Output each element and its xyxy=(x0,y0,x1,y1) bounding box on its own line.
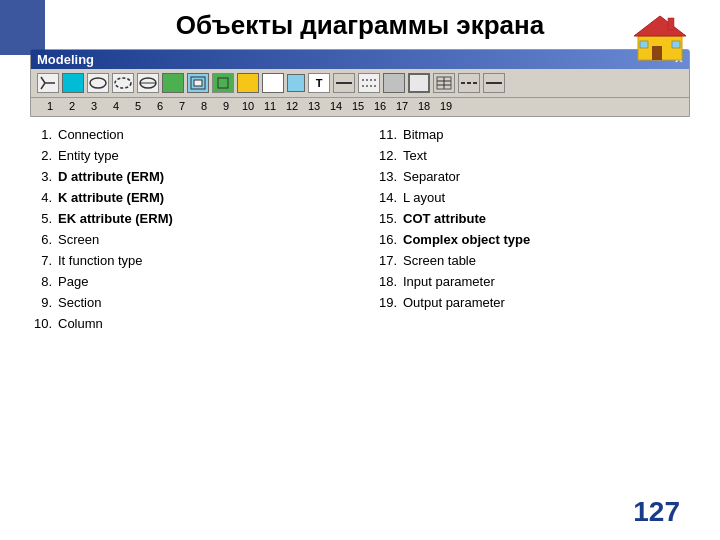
list-num: 7. xyxy=(30,253,58,268)
tool-num-19: 19 xyxy=(435,100,457,112)
list-num: 2. xyxy=(30,148,58,163)
left-list-item-4: 4.K attribute (ERM) xyxy=(30,190,345,205)
list-num: 3. xyxy=(30,169,58,184)
list-label: Output parameter xyxy=(403,295,505,310)
tool-num-16: 16 xyxy=(369,100,391,112)
right-list-item-12: 12.Text xyxy=(375,148,690,163)
svg-rect-11 xyxy=(194,80,202,86)
list-label: Input parameter xyxy=(403,274,495,289)
header: Объекты диаграммы экрана xyxy=(0,0,720,49)
tool-num-12: 12 xyxy=(281,100,303,112)
tool-num-4: 4 xyxy=(105,100,127,112)
tool-18-input-param[interactable] xyxy=(458,73,480,93)
tool-num-1: 1 xyxy=(39,100,61,112)
left-list-item-8: 8.Page xyxy=(30,274,345,289)
list-num: 1. xyxy=(30,127,58,142)
tool-2-entity[interactable] xyxy=(62,73,84,93)
tool-num-7: 7 xyxy=(171,100,193,112)
list-label: COT attribute xyxy=(403,211,486,226)
list-num: 17. xyxy=(375,253,403,268)
left-list-item-7: 7.It function type xyxy=(30,253,345,268)
list-num: 5. xyxy=(30,211,58,226)
tool-16-complex-object[interactable] xyxy=(408,73,430,93)
tool-num-11: 11 xyxy=(259,100,281,112)
svg-rect-4 xyxy=(672,41,680,48)
tool-1-connector[interactable] xyxy=(37,73,59,93)
list-label: It function type xyxy=(58,253,143,268)
tool-num-5: 5 xyxy=(127,100,149,112)
svg-rect-5 xyxy=(668,18,674,30)
list-label: Screen table xyxy=(403,253,476,268)
left-column: 1.Connection2.Entity type3.D attribute (… xyxy=(30,127,365,337)
list-label: Entity type xyxy=(58,148,119,163)
right-list-item-19: 19.Output parameter xyxy=(375,295,690,310)
list-num: 8. xyxy=(30,274,58,289)
tool-num-18: 18 xyxy=(413,100,435,112)
page-number: 127 xyxy=(633,496,680,528)
left-list-item-2: 2.Entity type xyxy=(30,148,345,163)
tool-6-screen[interactable] xyxy=(162,73,184,93)
list-label: D attribute (ERM) xyxy=(58,169,164,184)
list-num: 18. xyxy=(375,274,403,289)
modeling-titlebar: Modeling ✕ xyxy=(31,50,689,69)
tool-num-9: 9 xyxy=(215,100,237,112)
list-label: Text xyxy=(403,148,427,163)
list-label: EK attribute (ERM) xyxy=(58,211,173,226)
left-list-item-10: 10.Column xyxy=(30,316,345,331)
right-list-item-11: 11.Bitmap xyxy=(375,127,690,142)
modeling-window: Modeling ✕ xyxy=(30,49,690,117)
svg-point-7 xyxy=(115,78,131,88)
tool-num-3: 3 xyxy=(83,100,105,112)
tool-num-8: 8 xyxy=(193,100,215,112)
tool-5-ek-attr[interactable] xyxy=(137,73,159,93)
list-num: 12. xyxy=(375,148,403,163)
list-num: 14. xyxy=(375,190,403,205)
list-num: 6. xyxy=(30,232,58,247)
list-label: Page xyxy=(58,274,88,289)
svg-point-6 xyxy=(90,78,106,88)
tool-9-section[interactable] xyxy=(237,73,259,93)
list-label: Connection xyxy=(58,127,124,142)
list-label: Screen xyxy=(58,232,99,247)
svg-marker-1 xyxy=(634,16,686,36)
left-list-item-5: 5.EK attribute (ERM) xyxy=(30,211,345,226)
list-label: Bitmap xyxy=(403,127,443,142)
list-num: 9. xyxy=(30,295,58,310)
tool-17-screen-table[interactable] xyxy=(433,73,455,93)
list-num: 10. xyxy=(30,316,58,331)
right-list-item-13: 13.Separator xyxy=(375,169,690,184)
list-label: Separator xyxy=(403,169,460,184)
tool-12-text[interactable]: T xyxy=(308,73,330,93)
right-list-item-14: 14.L ayout xyxy=(375,190,690,205)
list-num: 11. xyxy=(375,127,403,142)
tool-19-output-param[interactable] xyxy=(483,73,505,93)
tool-num-6: 6 xyxy=(149,100,171,112)
left-list-item-9: 9.Section xyxy=(30,295,345,310)
left-list-item-1: 1.Connection xyxy=(30,127,345,142)
right-list-item-15: 15.COT attribute xyxy=(375,211,690,226)
house-icon xyxy=(630,8,690,63)
tool-num-10: 10 xyxy=(237,100,259,112)
list-num: 13. xyxy=(375,169,403,184)
tool-4-k-attr[interactable] xyxy=(112,73,134,93)
tool-8-page[interactable] xyxy=(212,73,234,93)
tool-15-cot-attribute[interactable] xyxy=(383,73,405,93)
svg-rect-12 xyxy=(218,78,228,88)
tool-num-13: 13 xyxy=(303,100,325,112)
right-column: 11.Bitmap12.Text13.Separator14.L ayout15… xyxy=(365,127,690,337)
tool-13-separator[interactable] xyxy=(333,73,355,93)
content-area: 1.Connection2.Entity type3.D attribute (… xyxy=(0,117,720,342)
tool-14-layout[interactable] xyxy=(358,73,380,93)
tool-10-column[interactable] xyxy=(262,73,284,93)
tool-num-17: 17 xyxy=(391,100,413,112)
list-num: 19. xyxy=(375,295,403,310)
tool-3-d-attr[interactable] xyxy=(87,73,109,93)
left-list-item-3: 3.D attribute (ERM) xyxy=(30,169,345,184)
tool-7-function[interactable] xyxy=(187,73,209,93)
list-label: Column xyxy=(58,316,103,331)
toolbar-numbers: 1 2 3 4 5 6 7 8 9 10 11 12 13 14 15 16 1… xyxy=(31,98,689,116)
list-label: Section xyxy=(58,295,101,310)
toolbar-icons: T xyxy=(31,69,689,98)
tool-num-15: 15 xyxy=(347,100,369,112)
tool-11-bitmap[interactable] xyxy=(287,74,305,92)
